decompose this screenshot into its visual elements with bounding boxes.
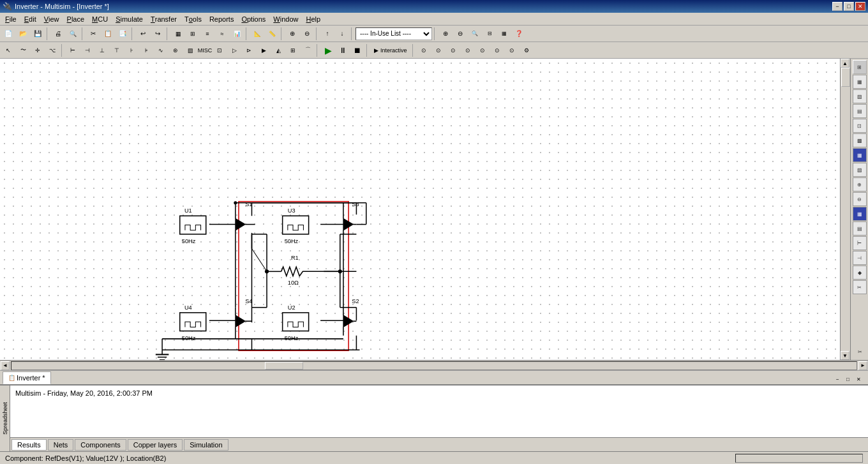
tb-cut[interactable]: ✂ — [86, 27, 100, 41]
tb-settings[interactable]: ⚙ — [520, 43, 534, 57]
tb-comp4[interactable]: ⊤ — [110, 43, 124, 57]
tb-toggle-view[interactable]: ▦ — [171, 27, 185, 41]
rp-btn-3[interactable]: ▧ — [853, 89, 867, 103]
menu-place[interactable]: Place — [63, 13, 89, 25]
rp-btn-12[interactable]: ▤ — [853, 221, 867, 236]
tb-comp9[interactable]: ▧ — [183, 43, 197, 57]
menu-help[interactable]: Help — [302, 13, 324, 25]
scroll-right-btn[interactable]: ► — [858, 361, 867, 370]
tb-redo[interactable]: ↪ — [151, 27, 165, 41]
tb-pointer[interactable]: ↖ — [1, 43, 15, 57]
sp-tab-results[interactable]: Results — [11, 439, 47, 451]
interactive-btn[interactable]: ▶Interactive — [371, 43, 410, 57]
menu-options[interactable]: Options — [237, 13, 269, 25]
scroll-left-btn[interactable]: ◄ — [1, 361, 10, 370]
tb-new[interactable]: 📄 — [1, 27, 15, 41]
menu-reports[interactable]: Reports — [206, 13, 238, 25]
rp-btn-5[interactable]: ⊡ — [853, 119, 867, 133]
scroll-down-btn[interactable]: ▼ — [841, 351, 849, 360]
tb-up[interactable]: ↑ — [320, 27, 334, 41]
tab-restore-btn[interactable]: □ — [846, 377, 855, 384]
sp-tab-copper[interactable]: Copper layers — [128, 439, 183, 451]
sim-stop-btn[interactable]: ⏹ — [350, 43, 364, 57]
sim-pause-btn[interactable]: ⏸ — [336, 43, 350, 57]
rp-btn-15[interactable]: ◆ — [853, 266, 867, 280]
rp-btn-16[interactable]: ✂ — [853, 280, 867, 294]
rp-btn-11[interactable]: ▦ — [853, 207, 867, 221]
tb-misc[interactable]: MISC — [198, 43, 212, 57]
tb-inst4[interactable]: ⊙ — [461, 43, 475, 57]
tb-inst3[interactable]: ⊙ — [446, 43, 460, 57]
scroll-thumb-v[interactable] — [841, 68, 850, 87]
tb-comp13[interactable]: ▶ — [257, 43, 271, 57]
tb-spread[interactable]: 📏 — [265, 27, 279, 41]
menu-simulate[interactable]: Simulate — [112, 13, 147, 25]
rp-btn-1[interactable]: ⊞ — [853, 60, 867, 74]
spreadsheet-label[interactable]: Spreadsheet — [0, 385, 10, 451]
rp-btn-4[interactable]: ▤ — [853, 104, 867, 118]
tb-grid[interactable]: ⊞ — [186, 27, 200, 41]
tb-save[interactable]: 💾 — [31, 27, 45, 41]
menu-tools[interactable]: Tools — [181, 13, 206, 25]
tb-zoom-in[interactable]: ⊕ — [438, 27, 453, 41]
rp-btn-14[interactable]: ⊣ — [853, 251, 867, 265]
in-use-list-dropdown[interactable]: ---- In-Use List ---- — [355, 27, 432, 40]
rp-btn-2[interactable]: ▦ — [853, 75, 867, 89]
rp-btn-7[interactable]: ▦ — [853, 148, 867, 162]
tb-print[interactable]: 🖨 — [51, 27, 65, 41]
tb-comp12[interactable]: ⊳ — [242, 43, 256, 57]
menu-transfer[interactable]: Transfer — [147, 13, 181, 25]
tb-annotate[interactable]: 📐 — [250, 27, 264, 41]
rp-btn-9[interactable]: ⊕ — [853, 177, 867, 191]
tb-zoom-out[interactable]: ⊖ — [453, 27, 467, 41]
tb-wave[interactable]: ≈ — [215, 27, 229, 41]
tab-panel-right[interactable]: − □ ✕ — [836, 377, 868, 384]
tb-inst1[interactable]: ⊙ — [417, 43, 431, 57]
rp-btn-13[interactable]: ⊢ — [853, 236, 867, 250]
sp-tab-simulation[interactable]: Simulation — [184, 439, 228, 451]
tb-comp1[interactable]: ⊢ — [66, 43, 80, 57]
outer-minimize-btn[interactable]: − — [832, 2, 842, 11]
tb-remove[interactable]: ⊖ — [300, 27, 314, 41]
rp-btn-scissors[interactable]: ✂ — [853, 345, 867, 359]
tb-comp11[interactable]: ▷ — [227, 43, 241, 57]
tab-minimize-btn[interactable]: − — [836, 377, 845, 384]
tb-comp3[interactable]: ⊥ — [95, 43, 109, 57]
tb-zoom-select[interactable]: ⊟ — [483, 27, 497, 41]
vertical-scrollbar[interactable]: ▲ ▼ — [840, 59, 850, 360]
scroll-track-h[interactable] — [11, 361, 857, 370]
tb-inst2[interactable]: ⊙ — [431, 43, 445, 57]
sim-run-btn[interactable]: ▶ — [321, 43, 335, 57]
rp-btn-6[interactable]: ▩ — [853, 133, 867, 147]
tb-open[interactable]: 📂 — [16, 27, 30, 41]
tb-down[interactable]: ↓ — [335, 27, 349, 41]
menu-edit[interactable]: Edit — [20, 13, 40, 25]
tb-border[interactable]: ≡ — [200, 27, 214, 41]
tb-comp2[interactable]: ⊣ — [80, 43, 94, 57]
outer-restore-btn[interactable]: □ — [844, 2, 854, 11]
tb-comp6[interactable]: ⊧ — [139, 43, 153, 57]
rp-btn-8[interactable]: ▧ — [853, 163, 867, 177]
tb-zoom-fit[interactable]: 🔍 — [468, 27, 482, 41]
tb-comp5[interactable]: ⊦ — [124, 43, 138, 57]
tb-paste[interactable]: 📑 — [116, 27, 130, 41]
tb-comp14[interactable]: ◭ — [271, 43, 285, 57]
tb-comp10[interactable]: ⊡ — [213, 43, 227, 57]
tb-inst6[interactable]: ⊙ — [490, 43, 504, 57]
menu-mcu[interactable]: MCU — [88, 13, 112, 25]
tb-undo[interactable]: ↩ — [136, 27, 150, 41]
tb-comp16[interactable]: ⌒ — [301, 43, 315, 57]
menu-file[interactable]: File — [1, 13, 20, 25]
sp-tab-nets[interactable]: Nets — [48, 439, 74, 451]
tb-add[interactable]: ⊕ — [285, 27, 299, 41]
tb-graph[interactable]: 📊 — [230, 27, 244, 41]
scroll-up-btn[interactable]: ▲ — [841, 59, 849, 68]
rp-btn-10[interactable]: ⊖ — [853, 192, 867, 206]
tab-close-btn[interactable]: ✕ — [857, 377, 865, 384]
tb-comp7[interactable]: ∿ — [154, 43, 168, 57]
schematic-canvas[interactable]: U1 50Hz U3 50Hz U4 50Hz U2 5 — [0, 59, 850, 360]
menu-window[interactable]: Window — [269, 13, 302, 25]
tb-help[interactable]: ❓ — [512, 27, 526, 41]
outer-close-btn[interactable]: ✕ — [855, 2, 865, 11]
tb-print-preview[interactable]: 🔍 — [66, 27, 80, 41]
